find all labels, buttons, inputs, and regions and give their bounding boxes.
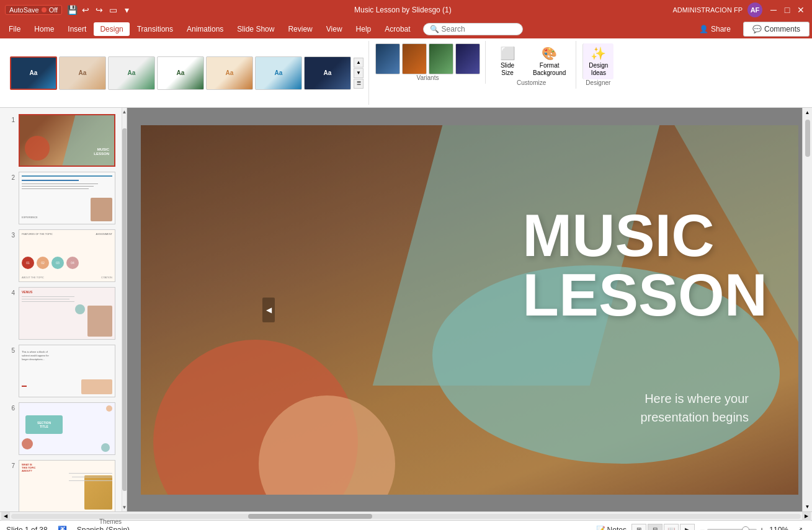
menu-bar: File Home Insert Design Transitions Anim… xyxy=(0,20,812,38)
gallery-expand[interactable]: ☰ xyxy=(354,79,364,89)
undo-button[interactable]: ↩ xyxy=(79,4,92,16)
save-button[interactable]: 💾 xyxy=(66,4,78,16)
theme-6[interactable]: Aa xyxy=(255,56,302,90)
user-avatar[interactable]: AF xyxy=(747,2,762,17)
zoom-in-icon[interactable]: + xyxy=(759,525,764,531)
ribbon-content: Aa Aa Aa Aa Aa Aa Aa xyxy=(0,38,812,107)
slide-sorter-btn[interactable]: ⊟ xyxy=(648,524,663,531)
slide-thumb-2: EXPERIENCE xyxy=(19,172,115,224)
share-button[interactable]: 👤 Share xyxy=(690,22,739,36)
canvas-scroll-up[interactable]: ▲ xyxy=(803,108,812,117)
scroll-down-arrow[interactable]: ▼ xyxy=(121,503,127,511)
slideshow-btn[interactable]: ▶ xyxy=(680,524,695,531)
canvas-scroll-down[interactable]: ▼ xyxy=(803,502,812,511)
gallery-scroll: ▲ ▼ ☰ xyxy=(354,58,364,89)
slide-item-7[interactable]: 7 WHAT ISTHIS TOPICABOUT? xyxy=(5,459,117,511)
slide-thumb-6: SECTIONTITLE xyxy=(19,402,115,455)
slide-item-1[interactable]: 1 MUSICLESSON xyxy=(5,113,117,168)
restore-button[interactable]: □ xyxy=(781,4,793,16)
slide-number-6: 6 xyxy=(6,402,15,412)
profile-name: ADMINISTRACION FP xyxy=(673,6,743,14)
theme-5[interactable]: Aa xyxy=(206,56,253,90)
format-background-icon: 🎨 xyxy=(542,46,557,61)
design-ideas-button[interactable]: ✨ DesignIdeas xyxy=(582,43,613,79)
normal-view-btn[interactable]: ⊞ xyxy=(631,524,646,531)
slide-number-5: 5 xyxy=(6,345,15,354)
presentation-button[interactable]: ▭ xyxy=(107,4,119,16)
menu-design[interactable]: Design xyxy=(94,22,129,36)
gallery-scroll-up[interactable]: ▲ xyxy=(354,58,364,68)
menu-review[interactable]: Review xyxy=(282,22,318,36)
theme-3[interactable]: Aa xyxy=(108,56,155,90)
customize-qat-button[interactable]: ▾ xyxy=(120,4,133,16)
zoom-slider-thumb xyxy=(742,526,749,531)
slide-thumb-5: This is where a block ofsubtext would ap… xyxy=(19,345,115,397)
autosave-dot xyxy=(42,7,47,12)
themes-section: Aa Aa Aa Aa Aa Aa Aa xyxy=(5,41,369,105)
theme-1[interactable]: Aa xyxy=(10,56,57,90)
slide-info: Slide 1 of 38 xyxy=(6,526,48,531)
menu-view[interactable]: View xyxy=(320,22,349,36)
slide-size-button[interactable]: ⬜ SlideSize xyxy=(492,43,523,79)
accessibility-icon[interactable]: ♿ xyxy=(58,526,67,531)
comments-button[interactable]: 💬 Comments xyxy=(743,22,810,37)
window-controls: ─ □ ✕ xyxy=(767,4,807,16)
main-canvas: ◀ MUSIC LESSON H xyxy=(127,108,812,511)
gallery-scroll-down[interactable]: ▼ xyxy=(354,68,364,78)
format-background-button[interactable]: 🎨 FormatBackground xyxy=(528,43,571,79)
slide-number-3: 3 xyxy=(6,229,15,239)
variant-3[interactable] xyxy=(429,43,453,74)
prev-slide-button[interactable]: ◀ xyxy=(262,298,275,322)
theme-7[interactable]: Aa xyxy=(304,56,351,90)
menu-help[interactable]: Help xyxy=(350,22,378,36)
slide-size-icon: ⬜ xyxy=(500,46,515,61)
search-box[interactable]: 🔍 xyxy=(423,23,523,35)
redo-button[interactable]: ↪ xyxy=(93,4,105,16)
hscroll-thumb[interactable] xyxy=(248,514,372,519)
fit-button[interactable]: ⤢ xyxy=(793,524,806,531)
scroll-up-arrow[interactable]: ▲ xyxy=(121,108,127,116)
format-background-label: FormatBackground xyxy=(533,62,566,77)
autosave-state: Off xyxy=(49,6,58,14)
hscroll-right[interactable]: ▶ xyxy=(802,512,811,521)
menu-acrobat[interactable]: Acrobat xyxy=(378,22,416,36)
slide-item-4[interactable]: 4 VENUS xyxy=(5,286,117,341)
scroll-thumb[interactable] xyxy=(122,128,127,491)
theme-2[interactable]: Aa xyxy=(59,56,106,90)
slide-item-6[interactable]: 6 SECTIONTITLE xyxy=(5,401,117,456)
slide-item-5[interactable]: 5 This is where a block ofsubtext would … xyxy=(5,343,117,399)
search-input[interactable] xyxy=(442,25,516,33)
hscroll-track xyxy=(11,514,801,519)
canvas-scrollbar: ▲ ▼ xyxy=(802,108,812,511)
variants-section: Variants xyxy=(370,41,486,84)
zoom-control: − + 110% xyxy=(700,525,788,531)
slide-thumb-4: VENUS xyxy=(19,287,115,340)
variant-2[interactable] xyxy=(402,43,427,74)
slide-canvas: MUSIC LESSON Here is where yourpresentat… xyxy=(141,125,798,495)
variant-1[interactable] xyxy=(375,43,400,74)
menu-transitions[interactable]: Transitions xyxy=(131,22,179,36)
slide-thumb-3: FEATURES OF THE TOPIC ASSIGNMENT 01 02 0… xyxy=(19,229,115,282)
theme-4[interactable]: Aa xyxy=(157,56,204,90)
close-button[interactable]: ✕ xyxy=(795,4,807,16)
notes-button[interactable]: 📝 Notes xyxy=(596,526,627,531)
zoom-out-icon[interactable]: − xyxy=(700,525,705,531)
menu-animations[interactable]: Animations xyxy=(181,22,230,36)
hscroll-left[interactable]: ◀ xyxy=(1,512,10,521)
menu-insert[interactable]: Insert xyxy=(61,22,92,36)
design-ideas-label: DesignIdeas xyxy=(589,62,608,77)
autosave-badge[interactable]: AutoSave Off xyxy=(5,5,62,15)
menu-slideshow[interactable]: Slide Show xyxy=(231,22,280,36)
slide-thumb-7: WHAT ISTHIS TOPICABOUT? xyxy=(19,460,115,511)
slide-item-3[interactable]: 3 FEATURES OF THE TOPIC ASSIGNMENT 01 02… xyxy=(5,228,117,283)
slide-item-2[interactable]: 2 EXPERIENCE xyxy=(5,170,117,226)
minimize-button[interactable]: ─ xyxy=(767,4,780,16)
menu-file[interactable]: File xyxy=(2,22,27,36)
reading-view-btn[interactable]: 📖 xyxy=(664,524,679,531)
view-buttons: ⊞ ⊟ 📖 ▶ xyxy=(631,524,695,531)
variant-4[interactable] xyxy=(455,43,480,74)
menu-home[interactable]: Home xyxy=(28,22,60,36)
undo-redo-group: 💾 ↩ ↪ ▭ ▾ xyxy=(66,4,133,16)
canvas-scroll-thumb[interactable] xyxy=(805,120,810,157)
status-bar-right: 📝 Notes ⊞ ⊟ 📖 ▶ − + 110% ⤢ xyxy=(596,524,806,531)
